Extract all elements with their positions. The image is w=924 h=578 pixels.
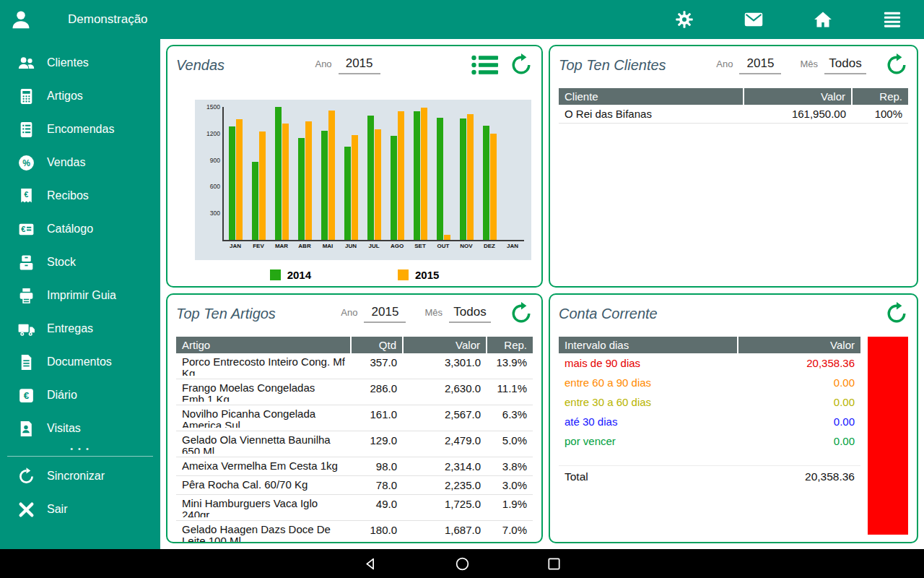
bar-2014 [460, 118, 466, 240]
panel-conta-corrente: Conta Corrente Intervalo dias Valor [549, 293, 918, 543]
sidebar-item-label: Encomendas [47, 123, 114, 136]
cell: 2,567.0 [403, 405, 487, 431]
year-spinner[interactable]: 2015 [364, 304, 406, 323]
menu-button[interactable] [882, 9, 902, 30]
table-row[interactable]: Gelado Haagen Dazs Doce De Leite 100 Ml1… [176, 521, 533, 544]
bar-group: JUL [362, 107, 385, 240]
user-icon[interactable] [10, 9, 32, 30]
mes-label: Mês [424, 307, 443, 318]
aging-label: até 30 dias [559, 412, 738, 431]
y-tick-label: 600 [199, 183, 220, 190]
sidebar-item-recibos[interactable]: € Recibos [0, 179, 160, 212]
year-spinner[interactable]: 2015 [339, 56, 380, 74]
cell: 6.3% [487, 405, 533, 431]
bar-2015 [259, 131, 266, 240]
sidebar-item-clientes[interactable]: Clientes [0, 46, 160, 79]
cell: Mini Hamburguers Vaca Iglo 240gr [176, 495, 351, 521]
sidebar: Clientes Artigos Encomendas % Vendas € R… [0, 39, 160, 549]
refresh-icon [885, 302, 908, 325]
table-row: até 30 dias0.00 [559, 412, 860, 431]
bar-2014 [367, 116, 374, 240]
refresh-button[interactable] [885, 53, 908, 77]
sidebar-item-entregas[interactable]: Entregas [0, 312, 160, 345]
month-spinner[interactable]: Todos [449, 304, 491, 323]
table-row[interactable]: Pêra Rocha Cal. 60/70 Kg78.02,235.03.0% [176, 476, 533, 495]
sync-icon [17, 467, 35, 486]
refresh-button[interactable] [885, 302, 908, 325]
cell: O Rei das Bifanas [559, 105, 744, 124]
mes-label: Mês [800, 59, 818, 69]
orders-icon [17, 121, 35, 139]
table-row[interactable]: Gelado Ola Viennetta Baunilha 650 Ml129.… [176, 431, 533, 457]
sidebar-item-label: Entregas [47, 322, 93, 335]
sidebar-item-sincronizar[interactable]: Sincronizar [0, 460, 160, 493]
back-triangle-icon [362, 556, 379, 572]
sidebar-item-diario[interactable]: € Diário [0, 379, 160, 412]
panel-title: Top Ten Artigos [176, 306, 276, 322]
android-recents-button[interactable] [546, 556, 562, 572]
sidebar-item-documentos[interactable]: Documentos [0, 345, 160, 379]
cell: Frango Moelas Congeladas Emb.1 Kg [176, 379, 351, 405]
panel-title: Conta Corrente [559, 306, 658, 322]
top-artigos-body: Porco Entrecosto Inteiro Cong. Mf Kg357.… [176, 353, 533, 543]
sidebar-item-catalogo[interactable]: € Catálogo [0, 212, 160, 246]
bar-2014 [229, 126, 235, 240]
aging-value: 0.00 [738, 373, 860, 392]
sidebar-item-artigos[interactable]: Artigos [0, 79, 160, 113]
sidebar-item-visitas[interactable]: Visitas [0, 412, 160, 445]
bar-group: JAN [224, 107, 247, 240]
table-row[interactable]: Frango Moelas Congeladas Emb.1 Kg286.02,… [176, 379, 533, 405]
sidebar-item-vendas[interactable]: % Vendas [0, 146, 160, 179]
x-tick-label: JAN [497, 243, 528, 249]
bar-2015 [421, 108, 427, 240]
table-row[interactable]: O Rei das Bifanas161,950.00100% [559, 105, 908, 124]
cell: 161,950.00 [744, 105, 852, 124]
sidebar-item-imprimir-guia[interactable]: Imprimir Guia [0, 279, 160, 312]
table-row[interactable]: Mini Hamburguers Vaca Iglo 240gr49.01,72… [176, 495, 533, 521]
cell: 11.1% [487, 379, 533, 405]
cell: 161.0 [351, 405, 403, 431]
stock-icon [17, 254, 35, 272]
legend-swatch-2015 [398, 269, 409, 280]
table-row[interactable]: Ameixa Vermelha Em Cesta 1kg98.02,314.03… [176, 457, 533, 476]
refresh-button[interactable] [510, 302, 533, 325]
column-header: Valor [738, 337, 860, 353]
android-nav-bar [0, 549, 924, 578]
sidebar-item-label: Artigos [47, 90, 83, 103]
catalog-icon: € [17, 220, 35, 238]
sidebar-item-sair[interactable]: Sair [0, 493, 160, 526]
ano-label: Ano [341, 307, 357, 318]
sidebar-divider [7, 456, 153, 457]
table-row[interactable]: Porco Entrecosto Inteiro Cong. Mf Kg357.… [176, 353, 533, 379]
sidebar-item-label: Vendas [47, 156, 85, 169]
android-back-button[interactable] [362, 556, 379, 572]
svg-text:€: € [21, 225, 25, 233]
printer-icon [17, 287, 35, 305]
panel-vendas: Vendas Ano 2015 300600 [166, 45, 543, 288]
mail-button[interactable] [744, 9, 764, 30]
cell: 357.0 [351, 353, 403, 379]
cell: 49.0 [351, 495, 403, 521]
svg-text:%: % [22, 158, 30, 168]
total-value: 20,358.36 [805, 470, 855, 483]
legend-2014: 2014 [270, 269, 311, 281]
home-button[interactable] [813, 9, 833, 30]
sidebar-item-stock[interactable]: Stock [0, 246, 160, 279]
sidebar-item-encomendas[interactable]: Encomendas [0, 113, 160, 146]
bar-group: MAR [270, 107, 293, 240]
month-spinner[interactable]: Todos [824, 56, 866, 74]
refresh-button[interactable] [510, 53, 533, 77]
settings-button[interactable] [674, 9, 694, 30]
list-view-button[interactable] [471, 54, 510, 76]
percent-badge-icon: % [17, 154, 35, 172]
cell: 2,314.0 [403, 457, 487, 476]
sidebar-item-label: Imprimir Guia [47, 289, 116, 302]
year-spinner[interactable]: 2015 [739, 56, 781, 74]
sidebar-item-label: Sincronizar [47, 470, 105, 483]
cell: 2,479.0 [403, 431, 487, 457]
sidebar-item-label: Stock [47, 256, 76, 269]
cell: 1.9% [487, 495, 533, 521]
android-home-button[interactable] [454, 556, 471, 572]
table-row[interactable]: Novilho Picanha Congelada America Sul161… [176, 405, 533, 431]
table-row: entre 60 a 90 dias0.00 [559, 373, 860, 392]
